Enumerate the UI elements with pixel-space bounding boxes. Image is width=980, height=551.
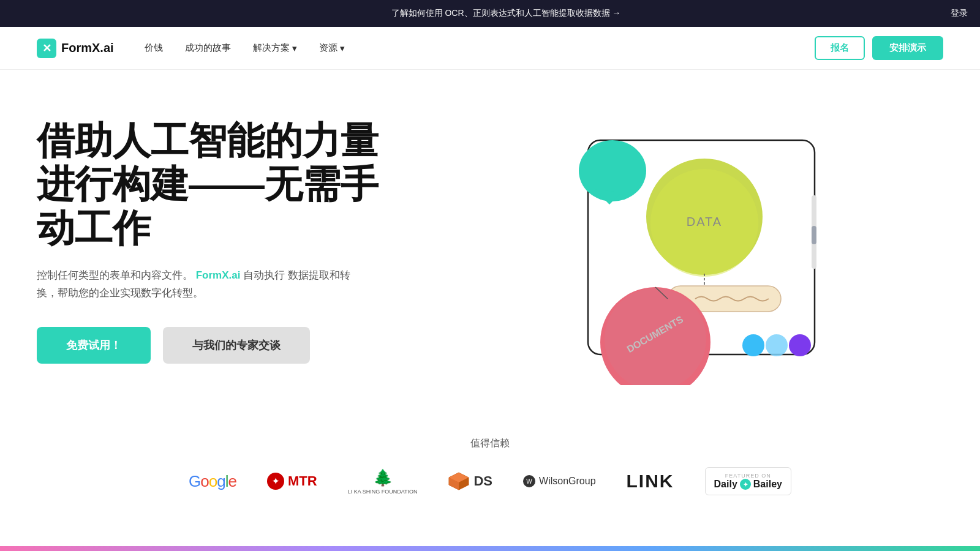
ds-logo: DS — [448, 471, 492, 491]
nav-pricing[interactable]: 价钱 — [145, 42, 163, 54]
logo[interactable]: ✕ FormX.ai — [37, 39, 114, 58]
chevron-down-icon: ▾ — [292, 43, 297, 54]
mtr-logo: ✦ MTR — [267, 473, 317, 490]
ds-cube-icon — [448, 471, 470, 491]
chevron-down-icon: ▾ — [340, 43, 345, 54]
signup-button[interactable]: 报名 — [815, 36, 865, 60]
navbar: ✕ FormX.ai 价钱 成功的故事 解决方案 ▾ 资源 ▾ 报名 安排演示 — [0, 27, 980, 70]
wilson-icon: W — [523, 475, 535, 487]
lks-logo: 🌲 LI KA SHING FOUNDATION — [348, 468, 418, 495]
top-banner: 了解如何使用 OCR、正则表达式和人工智能提取收据数据 → 登录 — [0, 0, 980, 27]
nav-resources[interactable]: 资源 ▾ — [319, 42, 345, 54]
expert-button[interactable]: 与我们的专家交谈 — [163, 327, 310, 364]
mtr-icon: ✦ — [267, 473, 284, 490]
google-logo: Google — [189, 472, 236, 491]
hero-section: 借助人工智能的力量进行构建——无需手动工作 控制任何类型的表单和内容文件。 Fo… — [0, 70, 980, 425]
trusted-section: 值得信赖 Google ✦ MTR 🌲 LI KA SHING FOUNDATI… — [0, 425, 980, 514]
nav-actions: 报名 安排演示 — [815, 36, 943, 60]
svg-point-15 — [789, 334, 811, 356]
hero-right: DATA AI DOCUMENTS — [404, 107, 943, 400]
nav-stories[interactable]: 成功的故事 — [185, 42, 231, 54]
free-trial-button[interactable]: 免费试用！ — [37, 327, 151, 364]
daily-bailey-icon: ✦ — [740, 479, 751, 490]
svg-point-14 — [766, 334, 788, 356]
logo-text: FormX.ai — [61, 41, 114, 55]
nav-solutions[interactable]: 解决方案 ▾ — [253, 42, 297, 54]
svg-rect-12 — [812, 226, 816, 244]
logo-icon: ✕ — [37, 39, 56, 58]
link-logo: LINK — [627, 471, 674, 492]
wilson-logo: W WilsonGroup — [523, 475, 595, 487]
trusted-logos: Google ✦ MTR 🌲 LI KA SHING FOUNDATION — [37, 467, 943, 495]
lks-tree-icon: 🌲 — [373, 468, 393, 487]
bottom-gradient — [0, 546, 980, 551]
hero-title: 借助人工智能的力量进行构建——无需手动工作 — [37, 119, 404, 250]
svg-point-13 — [742, 334, 764, 356]
hero-illustration: DATA AI DOCUMENTS — [514, 122, 833, 385]
hero-left: 借助人工智能的力量进行构建——无需手动工作 控制任何类型的表单和内容文件。 Fo… — [37, 107, 404, 364]
hero-buttons: 免费试用！ 与我们的专家交谈 — [37, 327, 404, 364]
daily-bailey-logo: FEATURED ON Daily ✦ Bailey — [705, 467, 791, 495]
nav-links: 价钱 成功的故事 解决方案 ▾ 资源 ▾ — [145, 42, 815, 54]
demo-button[interactable]: 安排演示 — [872, 36, 943, 60]
trusted-title: 值得信赖 — [37, 437, 943, 450]
banner-text[interactable]: 了解如何使用 OCR、正则表达式和人工智能提取收据数据 → — [391, 8, 621, 19]
svg-text:DATA: DATA — [687, 215, 722, 228]
hero-description: 控制任何类型的表单和内容文件。 FormX.ai 自动执行 数据提取和转换，帮助… — [37, 267, 355, 302]
login-button[interactable]: 登录 — [951, 8, 968, 19]
